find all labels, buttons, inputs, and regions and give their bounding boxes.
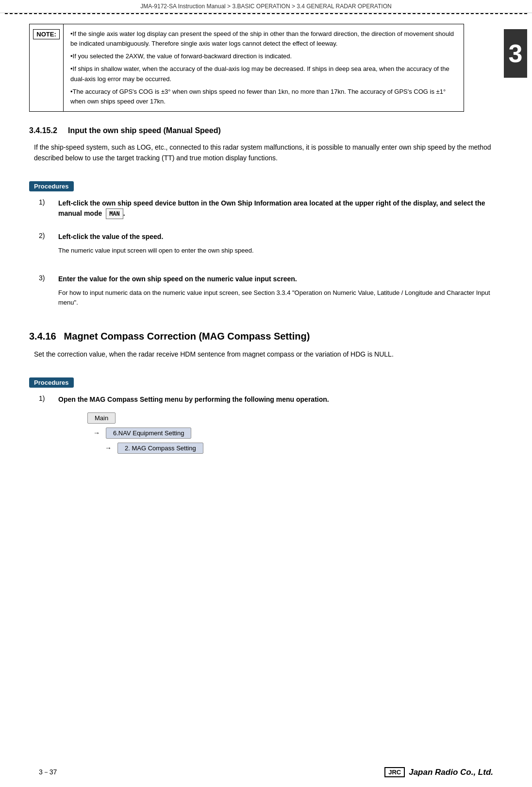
menu-arrow-2: → <box>105 444 112 452</box>
main-menu-button[interactable]: Main <box>87 412 116 424</box>
chapter-number: 3 <box>504 29 527 78</box>
step-2-title: Left-click the value of the speed. <box>58 232 493 242</box>
step-1-content: Left-click the own ship speed device but… <box>58 198 493 223</box>
step-1-title: Left-click the own ship speed device but… <box>58 198 493 219</box>
man-badge: MAN <box>106 208 123 219</box>
note-content: •If the single axis water log display ca… <box>64 24 464 111</box>
step-3-number: 3) <box>39 274 58 308</box>
step-1-number: 1) <box>39 198 58 223</box>
menu-row-nav: → 6.NAV Equipment Setting <box>87 428 493 439</box>
step-1: 1) Left-click the own ship speed device … <box>39 198 493 223</box>
section-3416-heading: 3.4.16 Magnet Compass Correction (MAG Co… <box>29 331 493 342</box>
note-line-4: •The accuracy of GPS's COG is ±3° when o… <box>70 87 457 106</box>
jrc-badge: JRC <box>384 767 405 777</box>
step-3-desc: For how to input numeric data on the num… <box>58 288 493 308</box>
mag-compass-button[interactable]: 2. MAG Compass Setting <box>117 443 203 454</box>
step-3416-1-number: 1) <box>39 394 58 458</box>
step-2-desc: The numeric value input screen will open… <box>58 246 493 256</box>
step-3416-1: 1) Open the MAG Compass Setting menu by … <box>39 394 493 458</box>
step-2-number: 2) <box>39 232 58 256</box>
section-3415-body: If the ship-speed system, such as LOG, e… <box>34 142 493 164</box>
section-3415-number: 3.4.15.2 <box>29 126 57 135</box>
footer-logo: JRC Japan Radio Co., Ltd. <box>384 767 493 777</box>
section-3416-title: Magnet Compass Correction (MAG Compass S… <box>64 331 310 342</box>
step-3: 3) Enter the value for the own ship spee… <box>39 274 493 308</box>
section-3415-heading: 3.4.15.2 Input the own ship speed (Manua… <box>29 126 493 135</box>
menu-arrow-1: → <box>93 429 100 437</box>
step-3-title: Enter the value for the own ship speed o… <box>58 274 493 284</box>
footer-page-number: 3－37 <box>39 768 57 777</box>
step-3-content: Enter the value for the own ship speed o… <box>58 274 493 308</box>
section-3415-title: Input the own ship speed (Manual Speed) <box>68 126 221 135</box>
step-2-content: Left-click the value of the speed. The n… <box>58 232 493 256</box>
note-label: NOTE: <box>30 24 64 111</box>
footer: 3－37 JRC Japan Radio Co., Ltd. <box>0 767 532 777</box>
procedures-badge-2: Procedures <box>29 377 74 388</box>
note-line-1: •If the single axis water log display ca… <box>70 29 457 49</box>
menu-row-main: Main <box>87 412 493 424</box>
breadcrumb: JMA-9172-SA Instruction Manual > 3.BASIC… <box>0 0 532 13</box>
note-box: NOTE: •If the single axis water log disp… <box>29 24 464 112</box>
procedures-badge-1: Procedures <box>29 181 74 191</box>
section-3416-body: Set the correction value, when the radar… <box>34 349 493 359</box>
menu-row-compass: → 2. MAG Compass Setting <box>87 443 493 454</box>
note-line-3: •If ships in shallow water, when the acc… <box>70 64 457 84</box>
company-name: Japan Radio Co., Ltd. <box>409 768 493 777</box>
step-3416-1-content: Open the MAG Compass Setting menu by per… <box>58 394 493 458</box>
step-3416-1-title: Open the MAG Compass Setting menu by per… <box>58 394 493 405</box>
step-2: 2) Left-click the value of the speed. Th… <box>39 232 493 256</box>
section-3416-number: 3.4.16 <box>29 331 56 342</box>
nav-equipment-button[interactable]: 6.NAV Equipment Setting <box>106 428 191 439</box>
note-line-2: •If you selected the 2AXW, the value of … <box>70 51 457 61</box>
menu-flow: Main → 6.NAV Equipment Setting → 2. MAG … <box>87 412 493 454</box>
